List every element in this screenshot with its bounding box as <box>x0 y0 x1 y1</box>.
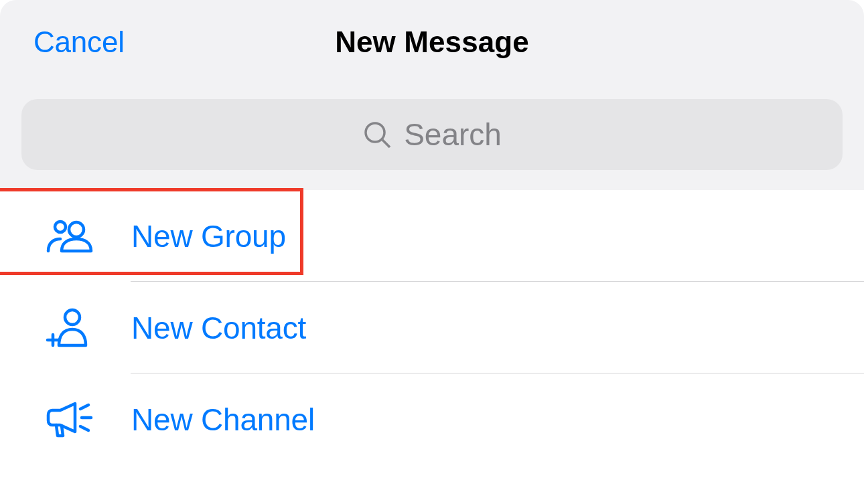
group-icon <box>46 215 99 258</box>
megaphone-icon <box>46 398 99 441</box>
svg-point-4 <box>65 310 80 325</box>
new-channel-label: New Channel <box>131 402 315 438</box>
search-input[interactable]: Search <box>21 99 843 170</box>
new-group-label: New Group <box>131 218 286 254</box>
svg-point-2 <box>55 222 66 232</box>
page-title: New Message <box>335 25 529 59</box>
modal-header: Cancel New Message Search <box>0 0 864 190</box>
search-placeholder: Search <box>404 116 502 153</box>
header-row: Cancel New Message <box>33 25 831 59</box>
svg-line-9 <box>80 426 88 430</box>
svg-point-0 <box>366 123 384 142</box>
new-group-option[interactable]: New Group <box>0 190 864 282</box>
new-contact-option[interactable]: New Contact <box>0 282 864 373</box>
svg-point-3 <box>69 222 84 237</box>
new-channel-option[interactable]: New Channel <box>0 373 864 465</box>
add-contact-icon <box>46 307 99 349</box>
svg-line-1 <box>382 140 390 147</box>
cancel-button[interactable]: Cancel <box>33 25 125 59</box>
svg-line-8 <box>80 405 88 409</box>
new-contact-label: New Contact <box>131 310 306 346</box>
options-list: New Group New Contact New Channel <box>0 190 864 465</box>
search-icon <box>362 120 392 149</box>
